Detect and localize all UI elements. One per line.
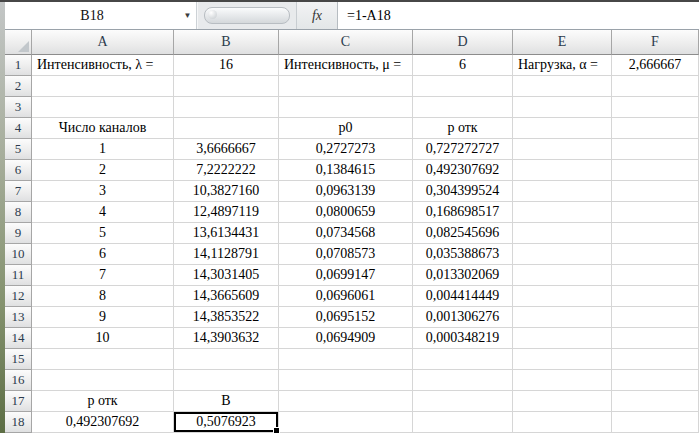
- cell-E1[interactable]: Нагрузка, α =: [513, 55, 612, 76]
- cell-F17[interactable]: [612, 391, 699, 412]
- column-header-D[interactable]: D: [413, 30, 513, 55]
- cell-E18[interactable]: [513, 412, 612, 433]
- cell-B18[interactable]: 0,5076923: [174, 412, 279, 433]
- cell-F2[interactable]: [612, 76, 699, 97]
- cell-F3[interactable]: [612, 97, 699, 118]
- cell-B2[interactable]: [174, 76, 279, 97]
- row-header-7[interactable]: 7: [5, 181, 32, 202]
- cell-E14[interactable]: [513, 328, 612, 349]
- name-box-splitter[interactable]: [197, 2, 296, 29]
- cell-C15[interactable]: [279, 349, 413, 370]
- column-header-B[interactable]: B: [174, 30, 279, 55]
- cell-E12[interactable]: [513, 286, 612, 307]
- cell-A8[interactable]: 4: [32, 202, 174, 223]
- cell-F15[interactable]: [612, 349, 699, 370]
- cell-B5[interactable]: 3,6666667: [174, 139, 279, 160]
- row-header-6[interactable]: 6: [5, 160, 32, 181]
- cell-F18[interactable]: [612, 412, 699, 433]
- cell-F6[interactable]: [612, 160, 699, 181]
- cell-A10[interactable]: 6: [32, 244, 174, 265]
- cell-C6[interactable]: 0,1384615: [279, 160, 413, 181]
- column-header-C[interactable]: C: [279, 30, 413, 55]
- cell-C16[interactable]: [279, 370, 413, 391]
- cell-C9[interactable]: 0,0734568: [279, 223, 413, 244]
- row-header-2[interactable]: 2: [5, 76, 32, 97]
- row-header-8[interactable]: 8: [5, 202, 32, 223]
- cell-A16[interactable]: [32, 370, 174, 391]
- cell-B11[interactable]: 14,3031405: [174, 265, 279, 286]
- cell-E5[interactable]: [513, 139, 612, 160]
- cell-E7[interactable]: [513, 181, 612, 202]
- row-header-5[interactable]: 5: [5, 139, 32, 160]
- cell-D12[interactable]: 0,004414449: [413, 286, 513, 307]
- cell-A5[interactable]: 1: [32, 139, 174, 160]
- cell-E17[interactable]: [513, 391, 612, 412]
- cell-C18[interactable]: [279, 412, 413, 433]
- cell-C13[interactable]: 0,0695152: [279, 307, 413, 328]
- cell-C14[interactable]: 0,0694909: [279, 328, 413, 349]
- cell-A13[interactable]: 9: [32, 307, 174, 328]
- cell-E9[interactable]: [513, 223, 612, 244]
- cell-B1[interactable]: 16: [174, 55, 279, 76]
- cell-F5[interactable]: [612, 139, 699, 160]
- cell-C5[interactable]: 0,2727273: [279, 139, 413, 160]
- cell-A7[interactable]: 3: [32, 181, 174, 202]
- cell-B15[interactable]: [174, 349, 279, 370]
- cell-D15[interactable]: [413, 349, 513, 370]
- cell-B3[interactable]: [174, 97, 279, 118]
- cell-A15[interactable]: [32, 349, 174, 370]
- cell-E15[interactable]: [513, 349, 612, 370]
- cell-D11[interactable]: 0,013302069: [413, 265, 513, 286]
- cell-B14[interactable]: 14,3903632: [174, 328, 279, 349]
- formula-input[interactable]: =1-A18: [338, 2, 699, 29]
- cell-C4[interactable]: p0: [279, 118, 413, 139]
- cell-D18[interactable]: [413, 412, 513, 433]
- cell-F7[interactable]: [612, 181, 699, 202]
- cell-D2[interactable]: [413, 76, 513, 97]
- row-header-13[interactable]: 13: [5, 307, 32, 328]
- cell-A6[interactable]: 2: [32, 160, 174, 181]
- cell-F8[interactable]: [612, 202, 699, 223]
- row-header-4[interactable]: 4: [5, 118, 32, 139]
- column-header-E[interactable]: E: [513, 30, 612, 55]
- cell-C7[interactable]: 0,0963139: [279, 181, 413, 202]
- cell-B13[interactable]: 14,3853522: [174, 307, 279, 328]
- cell-B7[interactable]: 10,3827160: [174, 181, 279, 202]
- cell-C10[interactable]: 0,0708573: [279, 244, 413, 265]
- select-all-button[interactable]: [5, 30, 32, 55]
- row-header-14[interactable]: 14: [5, 328, 32, 349]
- cell-A1[interactable]: Интенсивность, λ =: [32, 55, 174, 76]
- cell-F16[interactable]: [612, 370, 699, 391]
- cell-A9[interactable]: 5: [32, 223, 174, 244]
- row-header-9[interactable]: 9: [5, 223, 32, 244]
- cell-F4[interactable]: [612, 118, 699, 139]
- cell-A12[interactable]: 8: [32, 286, 174, 307]
- cell-B6[interactable]: 7,2222222: [174, 160, 279, 181]
- cell-C11[interactable]: 0,0699147: [279, 265, 413, 286]
- cell-D16[interactable]: [413, 370, 513, 391]
- cell-C2[interactable]: [279, 76, 413, 97]
- cell-F11[interactable]: [612, 265, 699, 286]
- cell-E13[interactable]: [513, 307, 612, 328]
- column-header-A[interactable]: A: [32, 30, 174, 55]
- cell-E4[interactable]: [513, 118, 612, 139]
- cell-D5[interactable]: 0,727272727: [413, 139, 513, 160]
- cell-D6[interactable]: 0,492307692: [413, 160, 513, 181]
- cell-F12[interactable]: [612, 286, 699, 307]
- name-box[interactable]: B18 ▼: [5, 2, 197, 29]
- cell-B16[interactable]: [174, 370, 279, 391]
- cell-E11[interactable]: [513, 265, 612, 286]
- cell-B10[interactable]: 14,1128791: [174, 244, 279, 265]
- row-header-16[interactable]: 16: [5, 370, 32, 391]
- cell-E16[interactable]: [513, 370, 612, 391]
- row-header-1[interactable]: 1: [5, 55, 32, 76]
- cell-A2[interactable]: [32, 76, 174, 97]
- cell-D14[interactable]: 0,000348219: [413, 328, 513, 349]
- chevron-down-icon[interactable]: ▼: [179, 2, 196, 29]
- cell-D4[interactable]: p отк: [413, 118, 513, 139]
- cell-D13[interactable]: 0,001306276: [413, 307, 513, 328]
- cell-A4[interactable]: Число каналов: [32, 118, 174, 139]
- cell-F9[interactable]: [612, 223, 699, 244]
- cell-E8[interactable]: [513, 202, 612, 223]
- cell-C3[interactable]: [279, 97, 413, 118]
